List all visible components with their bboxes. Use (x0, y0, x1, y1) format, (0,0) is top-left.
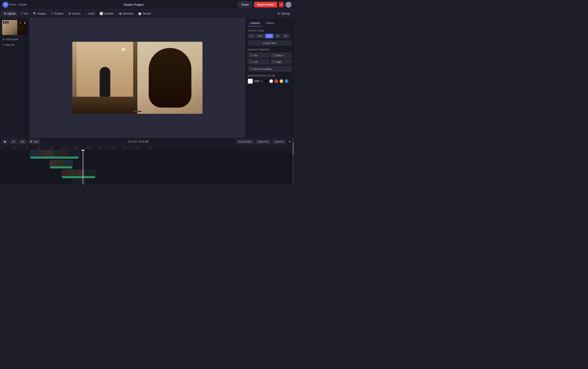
avatar[interactable] (285, 2, 292, 8)
expand-bottom-button[interactable]: ⬛ Bottom (270, 53, 292, 58)
color-hex-value: #ffffff (254, 80, 259, 82)
upload-icon: ⬆ (4, 12, 6, 15)
swatch-black[interactable] (264, 79, 268, 83)
text-label: Text (23, 12, 28, 15)
audio-button[interactable]: ♪ Audio (84, 11, 97, 16)
swatch-blue[interactable] (285, 79, 288, 83)
ruler-tick-120: 1:20 (61, 146, 65, 150)
view-all-button[interactable]: ≡ View All (2, 43, 28, 47)
fit-to-screen-button[interactable]: Fit to Screen (236, 139, 254, 144)
playhead[interactable] (83, 150, 83, 184)
aspect-btn-9-16[interactable]: 9:16 (256, 34, 264, 38)
ruler-tick-48: :48 (37, 146, 40, 150)
expand-top-label: Top (253, 54, 257, 57)
hallway-light (122, 48, 125, 51)
text-icon: T (21, 12, 22, 15)
breadcrumb: Peter › Studio (10, 3, 27, 6)
audio-label: Audio (88, 12, 94, 15)
zoom-in-button[interactable]: Zoom In (273, 139, 286, 144)
aspect-ratio-buttons: 1:1 9:16 16:9 4:5 5:4 (248, 34, 292, 38)
list-icon: ≡ (2, 43, 4, 46)
export-dropdown-button[interactable]: ▾ (279, 2, 284, 8)
track-3[interactable]: K (62, 170, 95, 178)
timeline-scrollbar-thumb[interactable] (292, 142, 294, 155)
split-label: Split (34, 140, 38, 143)
timeline-tracks: K (30, 150, 294, 184)
plus5-button[interactable]: +5s (19, 139, 26, 144)
settings-button[interactable]: ⚙ Settings (275, 11, 292, 16)
track-2[interactable] (50, 160, 73, 169)
scenes-label: Scenes (72, 12, 80, 15)
swatch-white[interactable] (269, 79, 273, 83)
share-button[interactable]: Share (238, 1, 252, 8)
timeline-controls: ▶ -5s +5s ⚡ Split 2:11.21 / 3:11.55 Fit … (0, 138, 294, 146)
split-button[interactable]: ⚡ Split (28, 139, 40, 144)
scenes-button[interactable]: ⊞ Scenes (66, 11, 83, 16)
timeline-scrollbar[interactable] (292, 138, 294, 184)
custom-size-button[interactable]: Custom Size (248, 40, 292, 46)
export-button[interactable]: Export Video (254, 2, 277, 8)
record-icon: ⬤ (138, 12, 141, 15)
subtitles-button[interactable]: ⬜ Subtitles (97, 11, 116, 16)
aspect-btn-16-9[interactable]: 16:9 (265, 34, 273, 38)
header-actions: Share Export Video ▾ (238, 1, 292, 8)
swatch-red[interactable] (274, 79, 278, 83)
expand-padding-label: EXPAND PADDING (248, 49, 292, 51)
images-label: Images (38, 12, 46, 15)
track-1[interactable] (30, 150, 79, 159)
copy-scene-button[interactable]: ⧉ (18, 21, 22, 25)
play-button[interactable]: ▶ (2, 139, 8, 145)
add-icon: ⊕ (2, 38, 5, 41)
images-button[interactable]: 🔍 Images (31, 11, 48, 16)
upload-button[interactable]: ⬆ Upload (2, 11, 18, 16)
expand-top-icon: ⬛ (250, 54, 252, 57)
canvas-area (30, 18, 245, 138)
elements-icon: ◉ (119, 12, 121, 15)
images-icon: 🔍 (33, 12, 36, 15)
toolbar: ⬆ Upload T Text 🔍 Images ≡ Timeline ⊞ Sc… (0, 9, 294, 18)
eyedropper-icon[interactable]: ✏ (260, 80, 263, 83)
expand-padding-buttons: ⬛ Top ⬛ Bottom ⬛ Left ⬛ Right (248, 53, 292, 65)
tab-timing[interactable]: TIMING (263, 20, 276, 26)
track-4[interactable] (72, 180, 85, 184)
timeline-button[interactable]: ≡ Timeline (49, 11, 65, 16)
elements-button[interactable]: ◉ Elements (117, 11, 135, 16)
settings-icon: ⚙ (277, 12, 280, 15)
delete-scene-button[interactable]: 🗑 (23, 21, 27, 25)
audio-icon: ♪ (85, 12, 87, 15)
expand-right-button[interactable]: ⬛ Right (270, 59, 292, 65)
split-icon: ⚡ (30, 140, 33, 143)
add-scene-button[interactable]: ⊕ Add Scene (2, 37, 28, 42)
close-timeline-button[interactable]: ✕ (287, 139, 292, 144)
expand-top-button[interactable]: ⬛ Top (248, 53, 269, 58)
canvas-resize-handle[interactable] (133, 111, 142, 112)
expand-left-button[interactable]: ⬛ Left (248, 59, 269, 65)
minus5-button[interactable]: -5s (10, 139, 17, 144)
ruler-tick-208: 2:08 (98, 146, 102, 150)
tab-canvas[interactable]: CANVAS (248, 20, 262, 26)
remove-padding-icon: ⬛ (250, 68, 252, 70)
output-size-label: OUTPUT SIZE (248, 30, 292, 32)
swatch-yellow[interactable] (280, 79, 283, 83)
settings-label: Settings (281, 12, 290, 15)
ruler-tick-104: 1:04 (49, 146, 53, 150)
logo-area: P Peter › Studio (2, 2, 27, 8)
ruler-tick-16: :16 (12, 146, 16, 150)
scene-thumbnail[interactable]: 3:11 ⧉ 🗑 (2, 20, 28, 35)
timeline-label: Timeline (54, 12, 63, 15)
ruler-tick-0: :0 (0, 146, 2, 150)
text-button[interactable]: T Text (18, 11, 30, 16)
aspect-btn-1-1[interactable]: 1:1 (248, 34, 255, 38)
face-closeup (149, 48, 191, 108)
expand-left-label: Left (253, 61, 257, 63)
zoom-out-button[interactable]: Zoom Out (256, 139, 271, 144)
aspect-btn-5-4[interactable]: 5:4 (282, 34, 289, 38)
canvas-video[interactable] (72, 42, 202, 114)
expand-left-icon: ⬛ (250, 60, 252, 63)
record-button[interactable]: ⬤ Record (136, 11, 153, 16)
color-preview[interactable] (248, 79, 253, 84)
bg-color-label: BACKGROUND COLOR (248, 75, 292, 77)
remove-padding-button[interactable]: ⬛ Remove Padding (248, 66, 292, 72)
aspect-btn-4-5[interactable]: 4:5 (274, 34, 281, 38)
panel-right: CANVAS TIMING OUTPUT SIZE 1:1 9:16 16:9 … (245, 18, 294, 138)
